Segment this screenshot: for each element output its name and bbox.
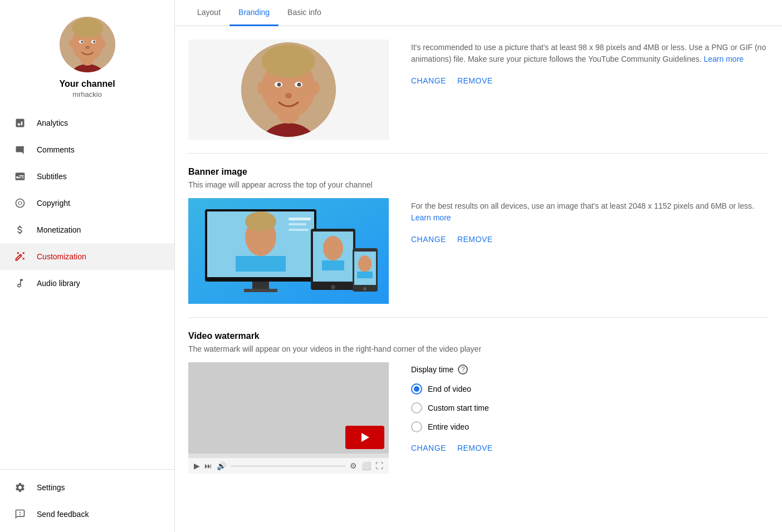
settings-button[interactable]: ⚙ [350,461,357,470]
video-controls: ▶ ⏭ 🔊 ⚙ ⬜ ⛶ [188,458,389,474]
profile-picture-preview [188,40,389,140]
banner-image-remove-button[interactable]: REMOVE [457,235,493,244]
comments-icon [13,143,27,156]
subtitles-icon [13,170,27,183]
tab-layout[interactable]: Layout [188,0,229,26]
sidebar-item-copyright-label: Copyright [37,199,70,208]
sidebar-item-audio-library-label: Audio library [37,279,80,288]
video-watermark-change-button[interactable]: CHANGE [411,444,446,452]
volume-button[interactable]: 🔊 [217,461,226,470]
channel-handle: mrhackio [72,90,102,98]
sidebar-item-comments[interactable]: Comments [0,136,174,163]
sidebar-item-send-feedback-label: Send feedback [37,510,89,519]
banner-image-description: For the best results on all devices, use… [411,200,769,224]
banner-image-actions: CHANGE REMOVE [411,235,769,244]
radio-entire-video-label: Entire video [428,422,469,431]
profile-picture-description: It's recommended to use a picture that's… [411,42,769,65]
main-content: Layout Branding Basic info [175,0,782,532]
svg-point-7 [81,41,83,43]
feedback-icon [13,508,27,521]
display-time-title: Display time ? [411,364,769,375]
svg-rect-43 [357,272,373,278]
video-watermark-section: Video watermark The watermark will appea… [188,318,769,487]
sidebar-bottom: Settings Send feedback [0,469,174,532]
banner-image-info: For the best results on all devices, use… [411,198,769,244]
banner-image-learn-more[interactable]: Learn more [411,213,451,222]
tabs-bar: Layout Branding Basic info [175,0,782,26]
next-button[interactable]: ⏭ [204,461,212,470]
watermark-row: ▶ ⏭ 🔊 ⚙ ⬜ ⛶ Display time ? [188,362,769,474]
profile-picture-row: It's recommended to use a picture that's… [188,40,769,140]
profile-picture-actions: CHANGE REMOVE [411,76,769,85]
banner-image-change-button[interactable]: CHANGE [411,235,446,244]
svg-point-30 [245,211,276,231]
sidebar-nav: Analytics Comments Subtitles Copyright [0,110,174,297]
svg-point-44 [363,287,366,290]
sidebar-item-analytics-label: Analytics [37,119,68,127]
svg-point-22 [257,81,266,95]
play-button[interactable]: ▶ [194,461,200,470]
svg-rect-38 [322,260,344,270]
content-area: It's recommended to use a picture that's… [175,26,782,532]
channel-name: Your channel [59,79,115,89]
sidebar-item-monetization-label: Monetization [37,225,81,234]
sidebar-item-audio-library[interactable]: Audio library [0,270,174,297]
display-time-section: Display time ? End of video Custom start… [411,362,769,452]
radio-end-of-video-circle [411,383,422,395]
radio-end-of-video[interactable]: End of video [411,383,769,395]
tab-basic-info[interactable]: Basic info [278,0,330,26]
profile-picture-learn-more[interactable]: Learn more [704,55,744,63]
svg-point-11 [100,40,106,47]
svg-point-42 [358,255,372,272]
radio-entire-video[interactable]: Entire video [411,421,769,432]
profile-picture-section: It's recommended to use a picture that's… [188,26,769,154]
radio-entire-video-circle [411,421,422,432]
audio-library-icon [13,277,27,290]
sidebar-item-settings[interactable]: Settings [0,474,174,501]
tab-branding[interactable]: Branding [229,0,278,26]
avatar[interactable] [60,17,115,72]
sidebar-item-send-feedback[interactable]: Send feedback [0,501,174,528]
sidebar-item-analytics[interactable]: Analytics [0,110,174,136]
svg-rect-31 [236,256,286,272]
display-time-help-icon[interactable]: ? [458,364,468,375]
sidebar-item-comments-label: Comments [37,145,75,154]
customization-icon [13,250,27,263]
svg-point-21 [285,93,292,98]
sidebar-item-subtitles[interactable]: Subtitles [0,163,174,190]
subscribe-watermark [345,426,384,449]
video-screen [188,362,389,454]
radio-group-display-time: End of video Custom start time Entire vi… [411,383,769,432]
banner-preview [188,198,389,304]
profile-picture-remove-button[interactable]: REMOVE [457,76,493,85]
banner-image-title: Banner image [188,167,769,177]
profile-picture-image [241,42,336,137]
copyright-icon [13,196,27,210]
video-preview: ▶ ⏭ 🔊 ⚙ ⬜ ⛶ [188,362,389,474]
svg-point-16 [262,45,315,78]
banner-image-section: Banner image This image will appear acro… [188,154,769,318]
svg-rect-28 [244,289,277,292]
video-watermark-actions: CHANGE REMOVE [411,444,769,452]
bar-chart-icon [13,116,27,130]
radio-custom-start-time-label: Custom start time [428,403,489,412]
video-progress-bar[interactable] [231,465,345,467]
sidebar-item-customization[interactable]: Customization [0,243,174,270]
fullscreen-button[interactable]: ⛶ [375,461,383,470]
svg-point-37 [323,236,343,260]
sidebar-profile: Your channel mrhackio [0,0,174,110]
radio-custom-start-time-circle [411,402,422,413]
video-watermark-remove-button[interactable]: REMOVE [457,444,493,452]
svg-point-20 [297,83,301,87]
sidebar-item-monetization[interactable]: Monetization [0,216,174,243]
banner-image-row: For the best results on all devices, use… [188,198,769,304]
theater-button[interactable]: ⬜ [361,461,371,470]
monetization-icon [13,223,27,237]
profile-picture-change-button[interactable]: CHANGE [411,76,446,85]
sidebar-item-copyright[interactable]: Copyright [0,190,174,216]
radio-custom-start-time[interactable]: Custom start time [411,402,769,413]
sidebar-item-customization-label: Customization [37,252,86,261]
settings-icon [13,481,27,494]
svg-point-39 [331,285,335,289]
svg-point-23 [311,81,320,95]
